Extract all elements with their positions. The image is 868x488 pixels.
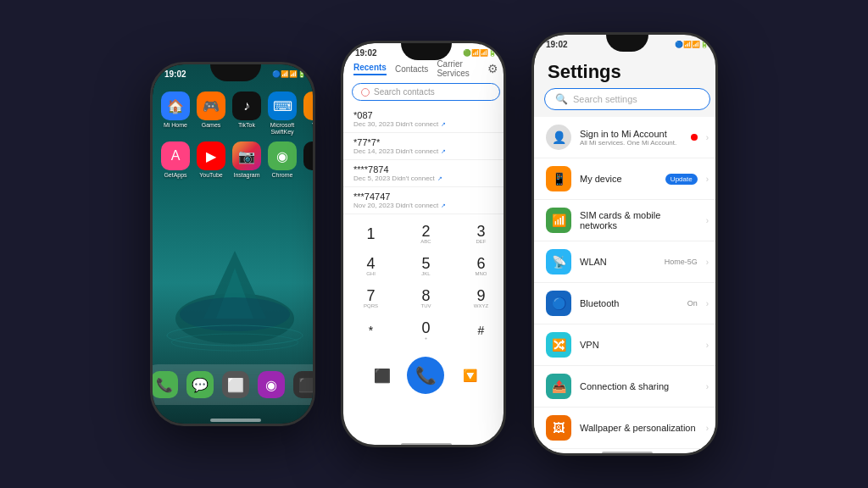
settings-text: My device [580, 174, 657, 184]
dial-1[interactable]: 1 [343, 218, 398, 250]
search-placeholder: Search contacts [374, 87, 435, 97]
dock-app3[interactable]: ⬜ [222, 371, 249, 398]
settings-item-device[interactable]: 📱 My device Update › [534, 158, 718, 200]
status-time: 19:02 [355, 48, 377, 58]
outgoing-icon: ↗ [441, 202, 446, 209]
dial-4[interactable]: 4GHI [343, 250, 398, 282]
home-indicator [401, 443, 452, 446]
settings-item-account[interactable]: 👤 Sign in to Mi Account All Mi services.… [534, 117, 718, 158]
app-mihome[interactable]: 🏠 Mi Home [161, 92, 190, 135]
status-icons: 🔵📶📶🔋 [272, 70, 306, 78]
tab-contacts[interactable]: Contacts [395, 64, 428, 74]
recent-call-2[interactable]: *77*7* Dec 14, 2023 Didn't connect ↗ [343, 133, 506, 160]
settings-item-connection[interactable]: 📤 Connection & sharing › [534, 366, 718, 408]
recent-calls-list: *087 Dec 30, 2023 Didn't connect ↗ *77*7… [343, 106, 506, 214]
dial-hash[interactable]: # [453, 314, 506, 347]
dial-9[interactable]: 9WXYZ [453, 282, 506, 314]
app-swiftkey[interactable]: ⌨ Microsoft SwiftKey [268, 92, 297, 135]
status-icons: 🔵📶📶🔋 [675, 41, 709, 48]
status-icons: 🟢📶📶🔋 [463, 49, 497, 57]
search-bar[interactable]: Search contacts [352, 83, 500, 101]
app-youtube[interactable]: ▶ YouTube [197, 141, 225, 179]
home-indicator [602, 452, 653, 455]
dial-7[interactable]: 7PQRS [343, 282, 398, 314]
status-time: 19:02 [546, 40, 568, 49]
chevron-icon: › [706, 133, 709, 142]
settings-text: VPN [580, 340, 698, 350]
dial-0[interactable]: 0+ [398, 314, 453, 347]
outgoing-icon: ↗ [441, 121, 446, 128]
app-label: Games [202, 122, 221, 129]
app-label: Mi Home [164, 122, 187, 129]
bluetooth-icon: 🔵 [546, 291, 571, 316]
end-call-button[interactable]: ⬛ [364, 357, 401, 394]
dial-star[interactable]: * [343, 314, 398, 347]
settings-text: Bluetooth [580, 298, 679, 308]
tab-recents[interactable]: Recents [353, 63, 387, 75]
app-icon-img: 🏠 [161, 92, 190, 120]
status-time: 19:02 [164, 69, 186, 79]
call-number: *77*7* [353, 137, 498, 147]
app-icon-img: ✕ [303, 141, 315, 170]
app-tiktok[interactable]: ♪ TikTok [232, 92, 261, 135]
dock: 📞 💬 ⬜ ◉ ⬛ [153, 364, 315, 405]
chevron-icon: › [706, 299, 709, 308]
dial-6[interactable]: 6MNO [453, 250, 506, 282]
app-chrome[interactable]: ◉ Chrome [268, 141, 297, 179]
recent-call-1[interactable]: *087 Dec 30, 2023 Didn't connect ↗ [343, 106, 506, 133]
settings-item-name: My device [580, 174, 657, 184]
dock-app4[interactable]: ◉ [258, 371, 285, 398]
app-icon-img: ▶ [197, 141, 225, 170]
recent-call-4[interactable]: ***74747 Nov 20, 2023 Didn't connect ↗ [343, 187, 506, 214]
dock-messages[interactable]: 💬 [186, 371, 214, 398]
app-label: YouTube [199, 172, 223, 179]
settings-text: Connection & sharing [580, 381, 698, 391]
app-grid-row1: 🏠 Mi Home 🎮 Games ♪ TikTok ⌨ Microsoft S… [153, 85, 315, 186]
app-icon-img: ▶ [303, 92, 315, 120]
dial-3[interactable]: 3DEF [453, 218, 506, 250]
settings-item-name: SIM cards & mobile networks [580, 210, 698, 230]
settings-item-wlan[interactable]: 📡 WLAN Home-5G › [534, 241, 718, 283]
call-info: Dec 5, 2023 Didn't connect ↗ [353, 175, 498, 182]
app-x[interactable]: ✕ X [303, 141, 315, 179]
settings-item-sub: All Mi services. One Mi Account. [580, 139, 682, 147]
app-label: Instagram [233, 172, 259, 179]
call-info: Dec 14, 2023 Didn't connect ↗ [353, 147, 498, 155]
dock-phone[interactable]: 📞 [153, 371, 178, 398]
settings-item-wallpaper[interactable]: 🖼 Wallpaper & personalization › [534, 408, 718, 449]
call-number: *087 [353, 110, 498, 120]
settings-text: SIM cards & mobile networks [580, 210, 698, 230]
app-icon-img: A [161, 141, 190, 170]
tab-carrier[interactable]: Carrier Services [437, 59, 487, 78]
app-games[interactable]: 🎮 Games [197, 92, 225, 135]
app-vlc[interactable]: ▶ VLC [303, 92, 315, 135]
recent-call-3[interactable]: ****7874 Dec 5, 2023 Didn't connect ↗ [343, 160, 506, 187]
dock-app5[interactable]: ⬛ [293, 371, 316, 398]
settings-gear-icon[interactable]: ⚙ [487, 62, 498, 75]
app-label: TikTok [238, 122, 255, 129]
app-instagram[interactable]: 📷 Instagram [232, 141, 261, 179]
nav-down-button[interactable]: 🔽 [451, 357, 488, 394]
search-icon: 🔍 [555, 93, 568, 105]
settings-item-vpn[interactable]: 🔀 VPN › [534, 324, 718, 366]
call-button[interactable]: 📞 [407, 357, 444, 394]
dialer-screen: 19:02 🟢📶📶🔋 Recents Contacts Carrier Serv… [343, 43, 506, 447]
phone-settings: 19:02 🔵📶📶🔋 Settings 🔍 Search settings 👤 … [531, 32, 718, 456]
app-icon-img: 📷 [232, 141, 261, 170]
dial-5[interactable]: 5JKL [398, 250, 453, 282]
settings-title: Settings [534, 51, 718, 88]
settings-item-bluetooth[interactable]: 🔵 Bluetooth On › [534, 283, 718, 324]
settings-item-name: Bluetooth [580, 298, 679, 308]
wlan-value: Home-5G [665, 258, 698, 266]
avatar: 👤 [546, 125, 571, 150]
connection-icon: 📤 [546, 374, 571, 399]
settings-item-name: Connection & sharing [580, 381, 698, 391]
settings-text: Sign in to Mi Account All Mi services. O… [580, 129, 682, 147]
call-info: Nov 20, 2023 Didn't connect ↗ [353, 202, 498, 209]
app-getapps[interactable]: A GetApps [161, 141, 190, 179]
dial-2[interactable]: 2ABC [398, 218, 453, 250]
chevron-icon: › [706, 258, 709, 267]
settings-search-bar[interactable]: 🔍 Search settings [544, 88, 710, 110]
settings-item-sim[interactable]: 📶 SIM cards & mobile networks › [534, 200, 718, 241]
dial-8[interactable]: 8TUV [398, 282, 453, 314]
